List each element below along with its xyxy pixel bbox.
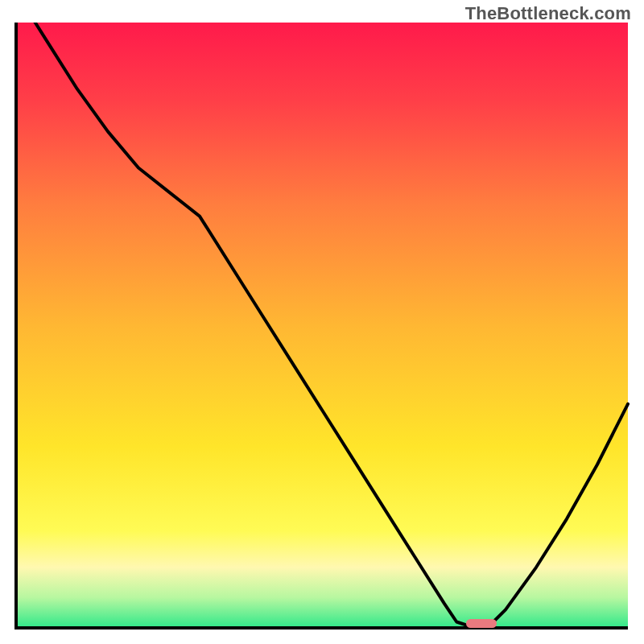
watermark-text: TheBottleneck.com [465,3,631,24]
optimum-marker [466,619,497,628]
curve [13,23,631,631]
plot-area [13,23,631,631]
chart-container: TheBottleneck.com [0,0,644,644]
curve-line [16,23,628,628]
